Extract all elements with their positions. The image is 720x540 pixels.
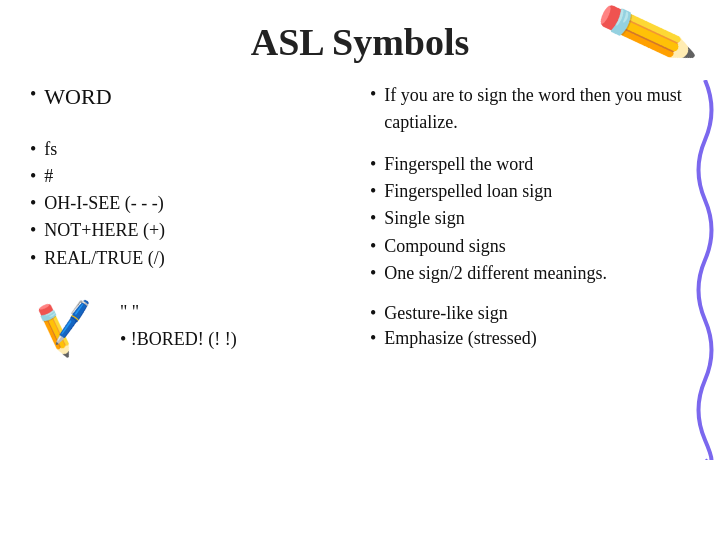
page-title: ASL Symbols (30, 20, 690, 64)
fingerspell-list: • Fingerspell the word • Fingerspelled l… (370, 152, 690, 286)
quote-line: " " (120, 299, 237, 326)
fingerspell-label: Fingerspelled loan sign (384, 179, 552, 204)
slide: ✏️ ASL Symbols • WORD • fs • (0, 0, 720, 540)
symbol-label: OH-I-SEE (- - -) (44, 191, 163, 216)
bottom-section: ✏️ 🖊️ " " • !BORED! (! !) • Gesture-like… (30, 296, 690, 356)
fingerspell-label: One sign/2 different meanings. (384, 261, 607, 286)
list-item: • Fingerspelled loan sign (370, 179, 690, 204)
crayons-image: ✏️ 🖊️ (30, 296, 110, 356)
list-item: • One sign/2 different meanings. (370, 261, 690, 286)
list-item: • Emphasize (stressed) (370, 326, 690, 351)
symbol-list: • fs • # • OH-I-SEE (- - -) • NOT+HERE (… (30, 137, 350, 271)
bullet-dot: • (370, 234, 376, 259)
deco-pencil-icon: ✏️ (594, 0, 700, 83)
list-item: • Fingerspell the word (370, 152, 690, 177)
list-item: • Single sign (370, 206, 690, 231)
bullet-dot: • (30, 137, 36, 162)
list-item: • # (30, 164, 350, 189)
fingerspell-label: Single sign (384, 206, 465, 231)
bullet-dot: • (370, 326, 376, 351)
list-item: • OH-I-SEE (- - -) (30, 191, 350, 216)
right-column: • If you are to sign the word then you m… (370, 82, 690, 286)
symbol-label: fs (44, 137, 57, 162)
bottom-left: ✏️ 🖊️ " " • !BORED! (! !) (30, 296, 350, 356)
symbol-label: REAL/TRUE (/) (44, 246, 164, 271)
list-item: • Compound signs (370, 234, 690, 259)
content-grid: • WORD • fs • # • OH-I-SEE (- - -) (30, 82, 690, 286)
word-section: • WORD (30, 82, 350, 117)
word-item: • WORD (30, 82, 350, 113)
bullet-dot: • (30, 164, 36, 189)
bullet-dot: • (370, 179, 376, 204)
list-item: • Gesture-like sign (370, 301, 690, 326)
bullet-dot: • (30, 82, 36, 107)
bullet-dot: • (370, 82, 376, 107)
word-label: WORD (44, 82, 111, 113)
bullet-dot: • (30, 218, 36, 243)
fingerspell-label: Compound signs (384, 234, 506, 259)
word-description-text: If you are to sign the word then you mus… (384, 82, 690, 136)
fingerspell-label: Fingerspell the word (384, 152, 533, 177)
deco-squiggle-icon (690, 80, 720, 460)
word-description-item: • If you are to sign the word then you m… (370, 82, 690, 136)
list-item: • NOT+HERE (+) (30, 218, 350, 243)
symbol-label: NOT+HERE (+) (44, 218, 165, 243)
bullet-dot: • (370, 152, 376, 177)
bullet-dot: • (370, 261, 376, 286)
emphasize-label: Emphasize (stressed) (384, 326, 536, 351)
word-description-section: • If you are to sign the word then you m… (370, 82, 690, 136)
left-column: • WORD • fs • # • OH-I-SEE (- - -) (30, 82, 350, 286)
bullet-dot: • (30, 191, 36, 216)
symbol-label: # (44, 164, 53, 189)
list-item: • fs (30, 137, 350, 162)
list-item: • REAL/TRUE (/) (30, 246, 350, 271)
bullet-dot: • (30, 246, 36, 271)
exclaim-line: • !BORED! (! !) (120, 326, 237, 353)
gesture-label: Gesture-like sign (384, 301, 507, 326)
bullet-dot: • (370, 206, 376, 231)
bottom-left-text: " " • !BORED! (! !) (120, 299, 237, 353)
bullet-dot: • (370, 301, 376, 326)
bottom-right: • Gesture-like sign • Emphasize (stresse… (370, 301, 690, 351)
